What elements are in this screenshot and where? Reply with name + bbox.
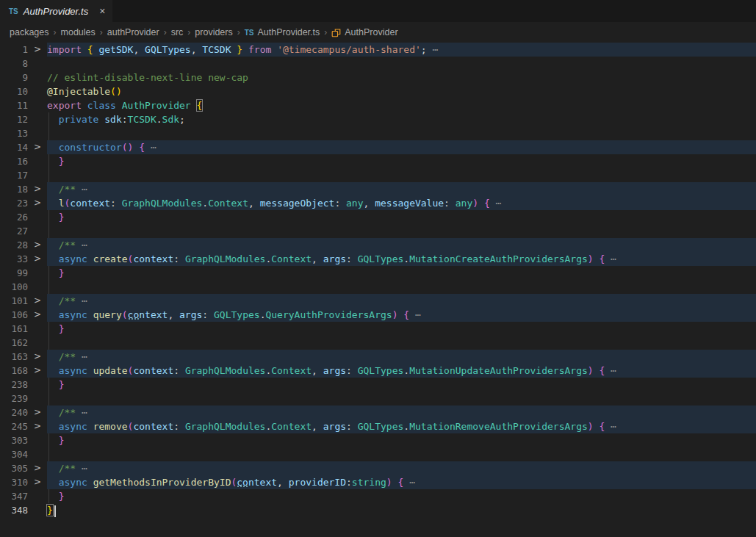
code-token: remove xyxy=(93,421,128,432)
code-text[interactable]: /** ⋯ xyxy=(47,294,756,308)
code-line[interactable]: 163> /** ⋯ xyxy=(0,350,756,364)
code-text[interactable]: /** ⋯ xyxy=(47,182,756,196)
code-token: async xyxy=(59,421,93,432)
code-token: ⋯ xyxy=(82,351,87,362)
fold-chevron-icon[interactable]: > xyxy=(28,238,47,252)
code-token: ⋯ xyxy=(605,421,616,432)
code-line[interactable]: 245> async remove(context: GraphQLModule… xyxy=(0,419,756,433)
code-line[interactable]: 16 } xyxy=(0,154,756,168)
code-text[interactable] xyxy=(47,168,756,182)
code-line[interactable]: 101> /** ⋯ xyxy=(0,294,756,308)
code-line[interactable]: 168> async update(context: GraphQLModule… xyxy=(0,364,756,378)
fold-chevron-icon[interactable]: > xyxy=(28,252,47,266)
breadcrumb-item-symbol[interactable]: AuthProvider xyxy=(331,27,397,37)
code-line[interactable]: 240> /** ⋯ xyxy=(0,406,756,419)
tab-authprovider[interactable]: TS AuthProvider.ts × xyxy=(0,0,112,22)
code-line[interactable]: 99 } xyxy=(0,266,756,280)
code-line[interactable]: 18> /** ⋯ xyxy=(0,182,756,196)
code-line[interactable]: 28> /** ⋯ xyxy=(0,238,756,252)
code-text[interactable] xyxy=(47,280,756,294)
code-line[interactable]: 33> async create(context: GraphQLModules… xyxy=(0,252,756,266)
code-line[interactable]: 100 xyxy=(0,280,756,294)
code-text[interactable]: /** ⋯ xyxy=(47,238,756,252)
breadcrumb-item-src[interactable]: src xyxy=(171,27,184,37)
code-text[interactable]: // eslint-disable-next-line new-cap xyxy=(47,71,756,84)
code-text[interactable]: } xyxy=(47,433,756,447)
close-icon[interactable]: × xyxy=(99,5,105,17)
fold-chevron-icon[interactable]: > xyxy=(28,419,47,433)
code-line[interactable]: 348} xyxy=(0,503,756,517)
code-line[interactable]: 8 xyxy=(0,57,756,71)
breadcrumb-item-file[interactable]: TS AuthProvider.ts xyxy=(245,27,320,37)
code-line[interactable]: 10@Injectable() xyxy=(0,84,756,98)
code-text[interactable]: /** ⋯ xyxy=(47,406,756,419)
fold-chevron-icon[interactable]: > xyxy=(28,475,47,489)
breadcrumb-item-providers[interactable]: providers xyxy=(195,27,232,37)
fold-chevron-icon[interactable]: > xyxy=(28,406,47,419)
code-line[interactable]: 9// eslint-disable-next-line new-cap xyxy=(0,71,756,84)
code-text[interactable]: } xyxy=(47,489,756,503)
code-line[interactable]: 23> l(context: GraphQLModules.Context, m… xyxy=(0,196,756,210)
fold-chevron-icon[interactable]: > xyxy=(28,364,47,378)
breadcrumb-item-authprovider[interactable]: authProvider xyxy=(107,27,159,37)
code-line[interactable]: 14> constructor() { ⋯ xyxy=(0,140,756,154)
code-text[interactable] xyxy=(47,224,756,238)
code-line[interactable]: 27 xyxy=(0,224,756,238)
fold-chevron-icon[interactable]: > xyxy=(28,182,47,196)
code-text[interactable] xyxy=(47,336,756,350)
code-text[interactable]: } xyxy=(47,210,756,224)
code-text[interactable]: private sdk:TCSDK.Sdk; xyxy=(47,112,756,126)
code-line[interactable]: 13 xyxy=(0,126,756,140)
code-line[interactable]: 238 } xyxy=(0,378,756,392)
code-text[interactable]: } xyxy=(47,503,756,517)
fold-chevron-icon[interactable]: > xyxy=(28,350,47,364)
code-text[interactable]: constructor() { ⋯ xyxy=(47,140,756,154)
code-text[interactable] xyxy=(47,57,756,71)
breadcrumb-item-modules[interactable]: modules xyxy=(61,27,96,37)
code-text[interactable]: import { getSDK, GQLTypes, TCSDK } from … xyxy=(47,43,756,57)
code-text[interactable]: } xyxy=(47,154,756,168)
fold-chevron-icon[interactable]: > xyxy=(28,461,47,475)
code-line[interactable]: 239 xyxy=(0,392,756,406)
code-line[interactable]: 11export class AuthProvider { xyxy=(0,98,756,112)
code-line[interactable]: 26 } xyxy=(0,210,756,224)
code-text[interactable]: async create(context: GraphQLModules.Con… xyxy=(47,252,756,266)
code-line[interactable]: 106> async query(context, args: GQLTypes… xyxy=(0,308,756,322)
code-line[interactable]: 162 xyxy=(0,336,756,350)
code-line[interactable]: 310> async getMethodsInProviderByID(cont… xyxy=(0,475,756,489)
tab-title: AuthProvider.ts xyxy=(24,6,88,17)
code-text[interactable]: l(context: GraphQLModules.Context, messa… xyxy=(47,196,756,210)
code-line[interactable]: 161 } xyxy=(0,322,756,336)
code-line[interactable]: 12 private sdk:TCSDK.Sdk; xyxy=(0,112,756,126)
code-text[interactable] xyxy=(47,392,756,406)
code-line[interactable]: 305> /** ⋯ xyxy=(0,461,756,475)
code-text[interactable]: async getMethodsInProviderByID(context, … xyxy=(47,475,756,489)
code-line[interactable]: 303 } xyxy=(0,433,756,447)
code-text[interactable] xyxy=(47,447,756,461)
fold-chevron-icon[interactable]: > xyxy=(28,294,47,308)
fold-chevron-icon[interactable]: > xyxy=(28,196,47,210)
code-text[interactable]: export class AuthProvider { xyxy=(47,98,756,112)
code-text[interactable] xyxy=(47,126,756,140)
fold-chevron-icon[interactable]: > xyxy=(28,308,47,322)
code-line[interactable]: 304 xyxy=(0,447,756,461)
code-text[interactable]: @Injectable() xyxy=(47,84,756,98)
code-text[interactable]: /** ⋯ xyxy=(47,461,756,475)
code-line[interactable]: 17 xyxy=(0,168,756,182)
fold-chevron-icon[interactable]: > xyxy=(28,43,47,57)
code-text[interactable]: /** ⋯ xyxy=(47,350,756,364)
code-text[interactable]: async query(context, args: GQLTypes.Quer… xyxy=(47,308,756,322)
code-line[interactable]: 347 } xyxy=(0,489,756,503)
fold-chevron-icon[interactable]: > xyxy=(28,140,47,154)
line-number: 16 xyxy=(0,154,28,168)
breadcrumb-item-packages[interactable]: packages xyxy=(10,27,49,37)
code-token xyxy=(47,365,59,376)
code-text[interactable]: } xyxy=(47,266,756,280)
code-line[interactable]: 1>import { getSDK, GQLTypes, TCSDK } fro… xyxy=(0,43,756,57)
code-text[interactable]: } xyxy=(47,322,756,336)
indent-guide xyxy=(48,266,49,280)
code-token: ( xyxy=(122,309,128,320)
code-text[interactable]: } xyxy=(47,378,756,392)
code-text[interactable]: async update(context: GraphQLModules.Con… xyxy=(47,364,756,378)
code-text[interactable]: async remove(context: GraphQLModules.Con… xyxy=(47,419,756,433)
